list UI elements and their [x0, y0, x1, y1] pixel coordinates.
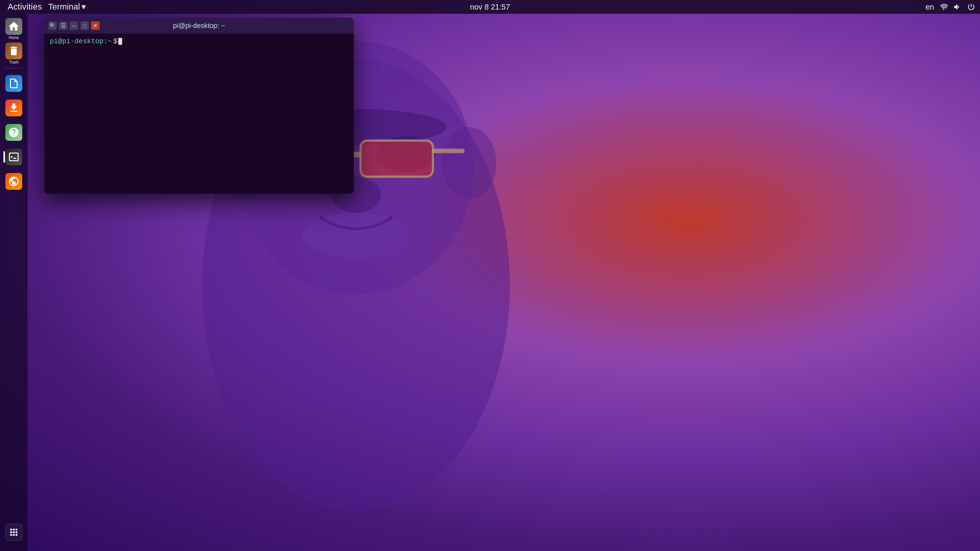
dock-item-browser[interactable]: [3, 170, 25, 192]
close-button[interactable]: ✕: [91, 21, 100, 30]
dock-item-show-apps[interactable]: [3, 521, 25, 543]
terminal-prompt-line: pi@pi-desktop:~ $: [50, 37, 348, 45]
app-menu-button[interactable]: Terminal ▾: [48, 2, 86, 12]
activities-button[interactable]: Activities: [5, 2, 45, 12]
software-icon: [5, 99, 22, 116]
menu-button[interactable]: ☰: [59, 21, 67, 30]
language-indicator[interactable]: en: [926, 3, 934, 11]
dock-separator-1: [5, 68, 23, 68]
terminal-icon: [5, 148, 22, 165]
svg-point-29: [302, 213, 410, 258]
browser-icon: [5, 173, 22, 190]
terminal-title-text: pi@pi-desktop: ~: [173, 22, 225, 30]
dock-item-trash[interactable]: Trash: [3, 42, 25, 64]
prompt-user-host: pi@pi-desktop:~: [50, 37, 112, 45]
dock-item-software[interactable]: [3, 97, 25, 119]
minimize-button[interactable]: –: [70, 21, 78, 30]
app-menu-chevron: ▾: [82, 2, 86, 12]
power-icon[interactable]: [967, 3, 975, 11]
app-name-label: Terminal: [48, 2, 80, 12]
dock: Home Trash: [0, 14, 28, 551]
trash-label: Trash: [9, 60, 18, 64]
show-apps-icon: [5, 524, 22, 541]
home-label: Home: [9, 36, 19, 40]
dock-item-terminal[interactable]: [3, 146, 25, 168]
terminal-titlebar: 🔍 ☰ – □ ✕ pi@pi-desktop: ~: [44, 18, 354, 34]
maximize-button[interactable]: □: [80, 21, 89, 30]
dock-item-libreoffice[interactable]: [3, 72, 25, 95]
dock-bottom: [3, 521, 25, 543]
trash-icon: [5, 42, 22, 59]
libreoffice-icon: [5, 75, 22, 92]
svg-rect-11: [432, 149, 465, 153]
topbar-right: en: [926, 3, 975, 11]
dock-item-home[interactable]: Home: [3, 18, 25, 40]
terminal-body[interactable]: pi@pi-desktop:~ $: [44, 34, 354, 194]
topbar-left: Activities Terminal ▾: [5, 2, 86, 12]
search-button[interactable]: 🔍: [48, 21, 57, 30]
prompt-symbol: $: [113, 37, 118, 45]
svg-rect-8: [361, 140, 433, 177]
help-icon: [5, 124, 22, 141]
volume-icon[interactable]: [953, 3, 962, 11]
svg-point-3: [442, 127, 497, 199]
titlebar-buttons: 🔍 ☰ – □ ✕: [48, 21, 100, 30]
home-icon: [5, 18, 22, 35]
topbar-clock[interactable]: nov 8 21:57: [470, 3, 510, 11]
topbar: Activities Terminal ▾ nov 8 21:57 en: [0, 0, 980, 14]
network-icon[interactable]: [939, 3, 948, 11]
terminal-cursor: [118, 38, 122, 45]
terminal-window: 🔍 ☰ – □ ✕ pi@pi-desktop: ~ pi@pi-desktop…: [44, 18, 354, 194]
dock-item-help[interactable]: [3, 121, 25, 143]
